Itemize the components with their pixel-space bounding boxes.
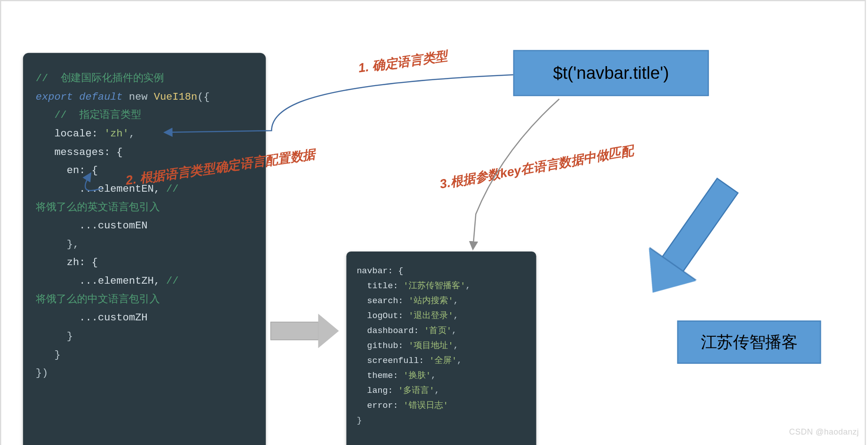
code-comment: // 创建国际化插件的实例 <box>36 73 164 84</box>
code-line: ...customZH <box>36 312 148 323</box>
expression-box: $t('navbar.title') <box>513 50 709 96</box>
code-line: zh: { <box>36 256 98 268</box>
punc: , <box>434 386 439 396</box>
string-literal: 'zh' <box>104 128 129 139</box>
punc: ({ <box>197 91 209 102</box>
punc: , <box>453 296 458 306</box>
punc: , <box>453 311 458 321</box>
code-key: github: <box>357 341 408 351</box>
string-literal: '站内搜索' <box>409 296 453 306</box>
type-name: VueI18n <box>154 91 197 102</box>
code-line: ...customEN <box>36 220 148 231</box>
result-box: 江苏传智播客 <box>677 320 821 363</box>
code-key: theme: <box>357 371 403 381</box>
string-literal: '江苏传智播客' <box>403 281 465 291</box>
result-text: 江苏传智播客 <box>701 334 797 350</box>
inline-comment: // <box>160 275 185 286</box>
string-literal: '项目地址' <box>409 341 453 351</box>
punc: , <box>452 326 457 336</box>
step-3-label: 3.根据参数key在语言数据中做匹配 <box>439 144 634 191</box>
string-literal: '错误日志' <box>403 401 448 411</box>
step-1-label: 1. 确定语言类型 <box>357 49 448 74</box>
diagram-canvas: // 创建国际化插件的实例 export default new VueI18n… <box>0 0 866 445</box>
code-block-right: navbar: { title: '江苏传智播客', search: '站内搜索… <box>347 252 536 445</box>
code-key: logOut: <box>357 311 408 321</box>
inline-comment: // <box>160 183 185 194</box>
code-key: lang: <box>357 386 398 396</box>
punc: , <box>453 341 458 351</box>
arrow-grey-right <box>270 320 339 340</box>
punc: , <box>457 356 462 366</box>
code-comment: // 指定语言类型 <box>36 109 141 121</box>
code-block-left: // 创建国际化插件的实例 export default new VueI18n… <box>23 53 266 445</box>
punc: , <box>465 281 470 291</box>
code-line: ...elementZH, <box>36 275 160 286</box>
string-literal: '换肤' <box>403 371 431 381</box>
kw-export: export <box>36 91 73 102</box>
punc: , <box>431 371 436 381</box>
watermark: CSDN @haodanzj <box>789 427 859 437</box>
code-comment: 将饿了么的中文语言包引入 <box>36 294 160 305</box>
code-line: } <box>36 349 61 360</box>
punc: , <box>129 128 135 139</box>
code-key: search: <box>357 296 408 306</box>
code-key: screenfull: <box>357 356 429 366</box>
string-literal: '退出登录' <box>409 311 453 321</box>
code-line: }) <box>36 367 48 378</box>
code-line: }, <box>36 238 79 250</box>
code-key: dashboard: <box>357 326 424 336</box>
string-literal: '全屏' <box>429 356 457 366</box>
code-line: locale: <box>36 128 104 139</box>
kw-new: new <box>123 91 154 102</box>
string-literal: '多语言' <box>398 386 434 396</box>
code-line: en: { <box>36 164 98 176</box>
code-line: navbar: { <box>357 266 403 276</box>
code-key: error: <box>357 401 403 411</box>
string-literal: '首页' <box>424 326 452 336</box>
code-line: } <box>357 416 362 426</box>
code-key: title: <box>357 281 403 291</box>
code-line: messages: { <box>36 146 123 158</box>
arrow-blue-down <box>613 155 771 319</box>
kw-default: default <box>73 91 123 102</box>
expression-text: $t('navbar.title') <box>553 63 669 83</box>
code-line: } <box>36 330 73 342</box>
code-comment: 将饿了么的英文语言包引入 <box>36 202 160 213</box>
